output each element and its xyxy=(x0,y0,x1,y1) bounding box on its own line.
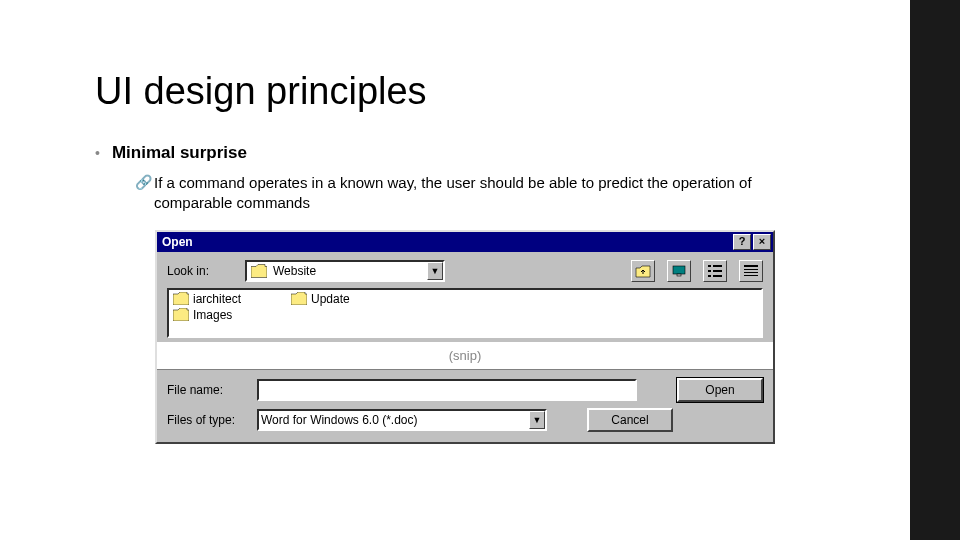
filename-input[interactable] xyxy=(257,379,637,401)
bullet-row: • Minimal surprise xyxy=(95,143,870,163)
desktop-button[interactable] xyxy=(667,260,691,282)
list-item[interactable]: Update xyxy=(291,292,350,306)
list-item[interactable]: Images xyxy=(173,308,241,322)
file-list[interactable]: iarchitect Images Update xyxy=(167,288,763,338)
filetype-label: Files of type: xyxy=(167,413,247,427)
open-button[interactable]: Open xyxy=(677,378,763,402)
bullet-dot-icon: • xyxy=(95,145,100,161)
list-view-icon xyxy=(708,265,722,277)
dialog-titlebar: Open ? × xyxy=(157,232,773,252)
details-view-button[interactable] xyxy=(739,260,763,282)
folder-icon xyxy=(173,292,189,305)
svg-rect-4 xyxy=(708,270,711,272)
close-button[interactable]: × xyxy=(753,234,771,250)
file-column-1: iarchitect Images xyxy=(173,292,241,334)
filetype-combo[interactable]: Word for Windows 6.0 (*.doc) ▼ xyxy=(257,409,547,431)
page-title: UI design principles xyxy=(95,70,870,113)
slide-accent-bar xyxy=(910,0,960,540)
svg-rect-7 xyxy=(713,275,722,277)
help-icon: ? xyxy=(739,236,746,247)
folder-icon xyxy=(173,308,189,321)
details-view-icon xyxy=(744,265,758,277)
sub-bullet-text: If a command operates in a known way, th… xyxy=(154,173,834,214)
open-button-label: Open xyxy=(705,383,734,397)
lookin-value: Website xyxy=(271,264,427,278)
up-folder-icon xyxy=(635,264,651,278)
filename-row: File name: Open xyxy=(167,378,763,402)
svg-rect-6 xyxy=(708,275,711,277)
svg-rect-8 xyxy=(744,265,758,267)
lookin-row: Look in: Website ▼ xyxy=(167,260,763,282)
svg-rect-5 xyxy=(713,270,722,272)
snip-marker: (snip) xyxy=(157,342,773,369)
desktop-icon xyxy=(671,264,687,278)
close-icon: × xyxy=(759,236,765,247)
svg-rect-3 xyxy=(713,265,722,267)
filetype-value: Word for Windows 6.0 (*.doc) xyxy=(259,413,529,427)
dialog-body: Look in: Website ▼ xyxy=(157,252,773,342)
slide-content: UI design principles • Minimal surprise … xyxy=(0,0,960,444)
dialog-bottom: File name: Open Files of type: Word for … xyxy=(157,369,773,442)
chevron-down-icon: ▼ xyxy=(431,266,440,276)
filename-label: File name: xyxy=(167,383,247,397)
file-name: iarchitect xyxy=(193,292,241,306)
list-view-button[interactable] xyxy=(703,260,727,282)
filetype-dropdown-button[interactable]: ▼ xyxy=(529,411,545,429)
dialog-title: Open xyxy=(162,235,731,249)
bullet-text: Minimal surprise xyxy=(112,143,247,163)
up-folder-button[interactable] xyxy=(631,260,655,282)
svg-rect-2 xyxy=(708,265,711,267)
svg-rect-10 xyxy=(744,272,758,273)
filetype-row: Files of type: Word for Windows 6.0 (*.d… xyxy=(167,408,763,432)
svg-rect-9 xyxy=(744,269,758,270)
list-item[interactable]: iarchitect xyxy=(173,292,241,306)
open-dialog: Open ? × Look in: Website ▼ xyxy=(155,230,775,444)
file-column-2: Update xyxy=(291,292,350,334)
svg-rect-0 xyxy=(673,266,685,274)
sub-bullet-row: 🔗 If a command operates in a known way, … xyxy=(135,173,870,214)
lookin-dropdown-button[interactable]: ▼ xyxy=(427,262,443,280)
folder-icon xyxy=(251,264,267,278)
file-name: Update xyxy=(311,292,350,306)
cancel-button-label: Cancel xyxy=(611,413,648,427)
svg-rect-11 xyxy=(744,275,758,276)
help-button[interactable]: ? xyxy=(733,234,751,250)
link-icon: 🔗 xyxy=(135,173,152,193)
lookin-label: Look in: xyxy=(167,264,237,278)
chevron-down-icon: ▼ xyxy=(533,415,542,425)
file-name: Images xyxy=(193,308,232,322)
cancel-button[interactable]: Cancel xyxy=(587,408,673,432)
lookin-combo[interactable]: Website ▼ xyxy=(245,260,445,282)
folder-icon xyxy=(291,292,307,305)
svg-rect-1 xyxy=(677,274,681,276)
